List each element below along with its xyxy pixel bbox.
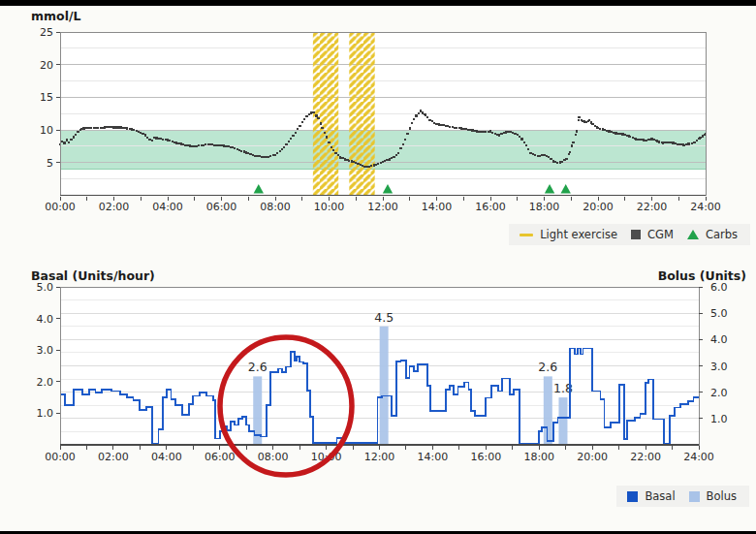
svg-text:16:00: 16:00 bbox=[475, 201, 506, 213]
svg-text:00:00: 00:00 bbox=[45, 201, 76, 213]
svg-text:2.6: 2.6 bbox=[538, 360, 557, 374]
svg-text:24:00: 24:00 bbox=[690, 201, 721, 213]
insulin-legend: Basal Bolus bbox=[616, 486, 749, 507]
svg-text:08:00: 08:00 bbox=[260, 201, 291, 213]
svg-text:14:00: 14:00 bbox=[422, 201, 453, 213]
cgm-legend: Light exercise CGM Carbs bbox=[509, 224, 750, 245]
svg-text:08:00: 08:00 bbox=[258, 451, 289, 463]
svg-text:24:00: 24:00 bbox=[683, 451, 714, 463]
legend-label-basal: Basal bbox=[645, 489, 675, 503]
legend-label-cgm: CGM bbox=[647, 228, 674, 241]
basal-swatch-icon bbox=[627, 491, 638, 502]
svg-text:10: 10 bbox=[40, 124, 53, 137]
svg-text:18:00: 18:00 bbox=[523, 451, 554, 463]
svg-text:3.0: 3.0 bbox=[710, 361, 728, 373]
cgm-axis-title: mmol/L bbox=[31, 9, 80, 23]
svg-text:5.0: 5.0 bbox=[710, 307, 728, 320]
svg-text:06:00: 06:00 bbox=[206, 201, 237, 213]
legend-label-light-exercise: Light exercise bbox=[540, 228, 617, 241]
svg-text:20:00: 20:00 bbox=[577, 451, 608, 463]
svg-text:12:00: 12:00 bbox=[364, 451, 395, 463]
bolus-swatch-icon bbox=[689, 491, 700, 502]
svg-text:4.0: 4.0 bbox=[37, 313, 54, 326]
svg-text:20: 20 bbox=[40, 59, 53, 72]
svg-text:1.0: 1.0 bbox=[710, 413, 728, 425]
legend-label-carbs: Carbs bbox=[706, 228, 738, 241]
svg-text:2.6: 2.6 bbox=[248, 360, 268, 374]
svg-text:04:00: 04:00 bbox=[152, 201, 183, 213]
svg-text:2.0: 2.0 bbox=[710, 387, 728, 399]
svg-text:18:00: 18:00 bbox=[529, 201, 560, 213]
light-exercise-swatch-icon bbox=[520, 234, 533, 236]
svg-text:12:00: 12:00 bbox=[367, 201, 398, 213]
svg-text:02:00: 02:00 bbox=[99, 201, 130, 213]
basal-axis-title: Basal (Units/hour) bbox=[31, 268, 155, 283]
svg-text:22:00: 22:00 bbox=[630, 451, 661, 463]
svg-text:10:00: 10:00 bbox=[314, 201, 345, 213]
svg-text:02:00: 02:00 bbox=[98, 451, 129, 463]
svg-text:1.0: 1.0 bbox=[37, 407, 54, 420]
svg-text:2.0: 2.0 bbox=[37, 376, 54, 389]
charts-canvas: 00:0002:0004:0006:0008:0010:0012:0014:00… bbox=[0, 0, 756, 534]
svg-text:20:00: 20:00 bbox=[583, 201, 614, 213]
svg-text:25: 25 bbox=[40, 26, 53, 39]
svg-text:04:00: 04:00 bbox=[151, 451, 182, 463]
svg-text:22:00: 22:00 bbox=[637, 201, 668, 213]
svg-text:14:00: 14:00 bbox=[418, 451, 449, 463]
diabetes-report-screen: mmol/L Basal (Units/hour) Bolus (Units) … bbox=[0, 0, 756, 534]
svg-text:00:00: 00:00 bbox=[45, 451, 76, 463]
legend-label-bolus: Bolus bbox=[707, 489, 737, 503]
svg-text:4.5: 4.5 bbox=[374, 310, 394, 325]
cgm-swatch-icon bbox=[631, 230, 641, 239]
svg-text:06:00: 06:00 bbox=[205, 451, 236, 463]
svg-text:16:00: 16:00 bbox=[470, 451, 501, 463]
svg-text:15: 15 bbox=[40, 91, 53, 104]
bolus-axis-title: Bolus (Units) bbox=[658, 268, 746, 283]
svg-text:4.0: 4.0 bbox=[710, 333, 728, 346]
svg-text:5: 5 bbox=[47, 157, 53, 170]
carbs-triangle-icon bbox=[687, 230, 699, 239]
svg-text:3.0: 3.0 bbox=[37, 344, 54, 357]
